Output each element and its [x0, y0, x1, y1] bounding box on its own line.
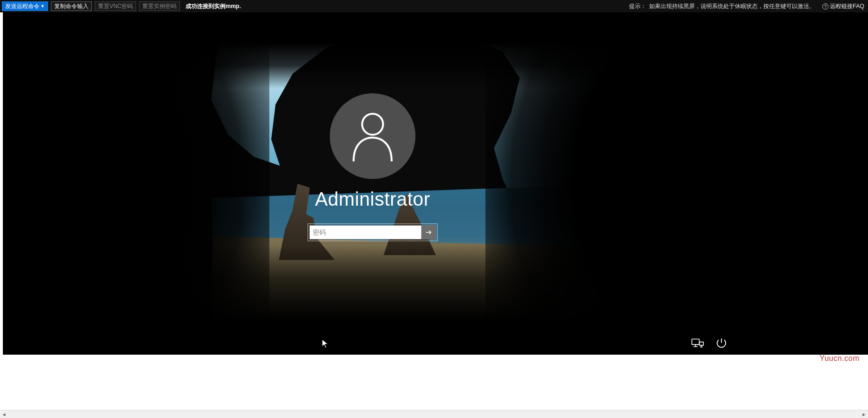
- password-input[interactable]: [309, 225, 422, 239]
- send-remote-command-button[interactable]: 发送远程命令 ▼: [2, 1, 48, 11]
- faq-label: 远程链接FAQ: [830, 2, 864, 10]
- mouse-cursor: [322, 339, 328, 348]
- watermark: Yuucn.com: [819, 354, 859, 363]
- submit-login-button[interactable]: [422, 225, 436, 239]
- avatar: [330, 93, 415, 179]
- horizontal-scrollbar[interactable]: ◄ ►: [0, 410, 868, 418]
- cursor-icon: [322, 339, 328, 348]
- reset-instance-password-label: 重置实例密码: [142, 2, 177, 10]
- tip-text: 如果出现持续黑屏，说明系统处于休眠状态，按任意键可以激活。: [649, 2, 815, 10]
- arrow-right-icon: [424, 228, 433, 237]
- svg-rect-2: [692, 339, 700, 344]
- app-root: 发送远程命令 ▼ 复制命令输入 重置VNC密码 重置实例密码 成功连接到实例mm…: [0, 0, 868, 418]
- lockscreen-utility-icons: [690, 336, 729, 351]
- scroll-right-button[interactable]: ►: [860, 410, 868, 418]
- scroll-track[interactable]: [8, 410, 860, 418]
- username-label: Administrator: [315, 189, 430, 210]
- copy-command-input-button[interactable]: 复制命令输入: [51, 1, 92, 11]
- tip-label: 提示：: [629, 2, 646, 10]
- user-icon: [349, 110, 396, 162]
- copy-command-input-label: 复制命令输入: [54, 2, 89, 10]
- scroll-left-button[interactable]: ◄: [0, 410, 8, 418]
- caret-down-icon: ▼: [40, 4, 45, 9]
- network-button[interactable]: [690, 336, 705, 351]
- remote-connect-faq-link[interactable]: ? 远程链接FAQ: [822, 2, 864, 10]
- connection-status: 成功连接到实例mmp.: [186, 2, 241, 10]
- reset-vnc-password-button[interactable]: 重置VNC密码: [95, 1, 136, 11]
- password-row: [309, 225, 436, 239]
- login-panel: Administrator: [3, 93, 742, 239]
- svg-point-0: [362, 114, 383, 135]
- send-remote-command-label: 发送远程命令: [5, 2, 39, 10]
- svg-rect-5: [700, 342, 704, 345]
- vnc-letterbox: [742, 12, 868, 355]
- reset-instance-password-button[interactable]: 重置实例密码: [139, 1, 180, 11]
- help-circle-icon: ?: [822, 3, 829, 10]
- network-icon: [691, 338, 704, 349]
- power-icon: [715, 337, 728, 349]
- vnc-toolbar: 发送远程命令 ▼ 复制命令输入 重置VNC密码 重置实例密码 成功连接到实例mm…: [0, 0, 868, 12]
- reset-vnc-password-label: 重置VNC密码: [98, 2, 133, 10]
- power-button[interactable]: [714, 336, 729, 351]
- remote-desktop-viewport[interactable]: Administrator: [3, 12, 742, 355]
